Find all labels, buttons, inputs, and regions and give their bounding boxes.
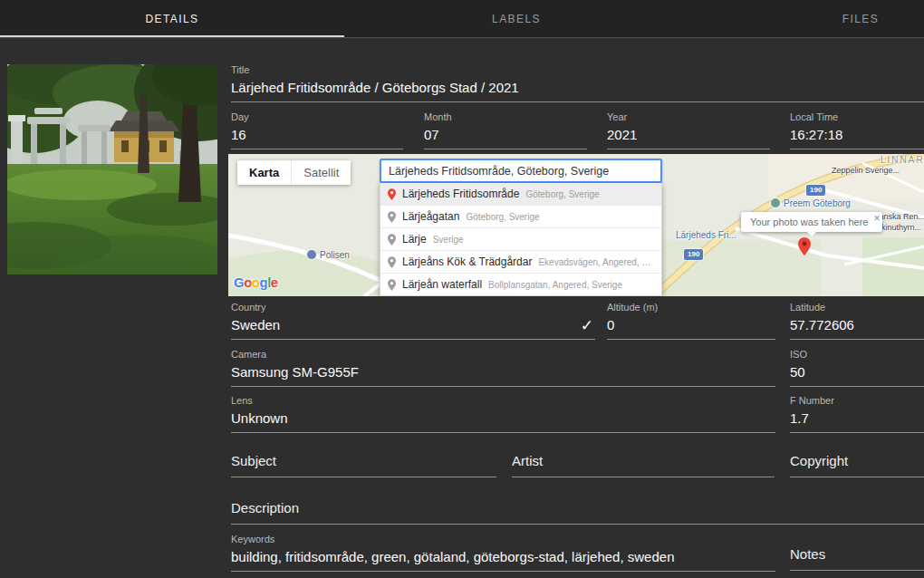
suggestion-secondary: Ekevadsvägen, Angered, Sverige — [538, 257, 654, 267]
field-lens-input[interactable]: Unknown — [231, 409, 775, 433]
map-panel[interactable]: Karta Satellit Lärjeheds Fritidsområde G… — [228, 154, 924, 296]
field-day-label: Day — [231, 111, 403, 122]
map-area-label: LINNARH... — [881, 155, 924, 165]
field-year: Year 2021 — [607, 111, 770, 149]
suggestion-item[interactable]: Lärje Sverige — [380, 227, 661, 250]
map-tooltip: Your photo was taken here × — [741, 212, 882, 232]
tab-labels[interactable]: LABELS — [344, 0, 688, 37]
police-icon — [306, 249, 317, 260]
tab-labels-label: LABELS — [492, 13, 541, 25]
field-local-time-label: Local Time — [790, 111, 924, 122]
tooltip-text: Your photo was taken here — [750, 217, 868, 227]
field-description-input[interactable]: Description — [231, 497, 924, 525]
poi-zeppelin[interactable]: Zeppelin Sverige... — [832, 166, 900, 175]
poi-polisen-label: Polisen — [320, 250, 350, 260]
field-copyright-input[interactable]: Copyright — [790, 450, 924, 477]
map-type-karta-button[interactable]: Karta — [237, 160, 291, 185]
field-title-label: Title — [231, 64, 924, 75]
place-pin-icon — [388, 211, 396, 223]
field-lens-label: Lens — [231, 395, 775, 406]
suggestion-secondary: Bollplansgatan, Angered, Sverige — [488, 280, 622, 290]
field-country-input[interactable]: Sweden — [231, 315, 595, 340]
field-month-label: Month — [424, 111, 587, 122]
red-pin-icon — [798, 237, 811, 255]
field-country: Country Sweden ✓ — [231, 302, 595, 340]
suggestion-secondary: Sverige — [433, 235, 464, 245]
place-pin-icon — [388, 234, 396, 246]
field-keywords-input[interactable]: building, fritidsområde, green, götaland… — [231, 547, 775, 572]
search-suggestions: Lärjeheds Fritidsområde Göteborg, Sverig… — [380, 183, 662, 296]
field-country-label: Country — [231, 302, 595, 313]
field-day-input[interactable]: 16 — [231, 125, 403, 149]
map-search-input[interactable] — [380, 159, 662, 183]
field-f-number-input[interactable]: 1.7 — [790, 409, 924, 433]
field-year-input[interactable]: 2021 — [607, 125, 770, 149]
google-logo[interactable]: Google — [234, 275, 278, 290]
map-type-control: Karta Satellit — [237, 160, 351, 185]
field-copyright: Copyright — [790, 450, 924, 477]
tab-files-label: FILES — [842, 13, 879, 25]
tab-details-label: DETAILS — [146, 13, 199, 25]
field-camera: Camera Samsung SM-G955F — [231, 349, 775, 387]
field-artist-input[interactable]: Artist — [512, 450, 775, 477]
road-badge: 190 — [806, 185, 825, 196]
photo-location-marker — [798, 237, 811, 259]
tooltip-close-icon[interactable]: × — [873, 212, 880, 225]
tab-files[interactable]: FILES — [688, 0, 924, 37]
poi-larjeheds[interactable]: Lärjeheds Fri... — [676, 230, 736, 240]
suggestion-secondary: Göteborg, Sverige — [525, 189, 599, 199]
field-artist: Artist — [512, 450, 775, 477]
field-title: Title Lärjehed Fritidsområde / Göteborgs… — [231, 64, 924, 102]
place-pin-icon — [388, 279, 396, 291]
field-lens: Lens Unknown — [231, 395, 775, 433]
field-latitude-label: Latitude — [790, 302, 924, 313]
active-tab-indicator — [0, 35, 344, 37]
field-month-input[interactable]: 07 — [424, 125, 587, 149]
suggestion-secondary: Göteborg, Sverige — [466, 212, 539, 222]
suggestion-main: Lärjeågatan — [402, 210, 459, 223]
tab-bar: DETAILS LABELS FILES — [0, 0, 924, 38]
field-title-input[interactable]: Lärjehed Fritidsområde / Göteborgs Stad … — [231, 78, 924, 102]
field-altitude: Altitude (m) 0 — [607, 302, 775, 340]
suggestion-main: Lärjeåns Kök & Trädgårdar — [402, 255, 532, 268]
poi-polisen[interactable]: Polisen — [306, 249, 350, 260]
location-confirm-check-icon[interactable]: ✓ — [581, 316, 593, 335]
road-badge: 190 — [684, 249, 703, 260]
place-pin-icon — [388, 188, 396, 200]
field-subject-input[interactable]: Subject — [231, 450, 496, 477]
suggestion-main: Lärje — [402, 233, 427, 246]
field-iso: ISO 50 — [790, 349, 924, 387]
poi-preem[interactable]: Preem Göteborg — [770, 197, 851, 208]
field-altitude-input[interactable]: 0 — [607, 315, 775, 340]
suggestion-main: Lärjeån waterfall — [402, 278, 482, 291]
field-altitude-label: Altitude (m) — [607, 302, 775, 313]
field-f-number: F Number 1.7 — [790, 395, 924, 433]
field-camera-input[interactable]: Samsung SM-G955F — [231, 362, 775, 387]
field-f-number-label: F Number — [790, 395, 924, 406]
field-day: Day 16 — [231, 111, 403, 149]
field-subject: Subject — [231, 450, 496, 477]
tab-details[interactable]: DETAILS — [0, 0, 344, 37]
field-local-time: Local Time 16:27:18 — [790, 111, 924, 149]
field-keywords-label: Keywords — [231, 534, 775, 544]
field-year-label: Year — [607, 111, 770, 122]
field-iso-input[interactable]: 50 — [790, 362, 924, 387]
field-keywords: Keywords building, fritidsområde, green,… — [231, 534, 775, 572]
poi-preem-label: Preem Göteborg — [784, 198, 851, 208]
photo-thumbnail[interactable] — [7, 64, 217, 275]
place-pin-icon — [388, 256, 396, 268]
field-notes-input[interactable]: Notes — [790, 544, 924, 571]
field-latitude-input[interactable]: 57.772606 — [790, 315, 924, 340]
gas-station-icon — [770, 197, 781, 208]
suggestion-item[interactable]: Lärjeågatan Göteborg, Sverige — [380, 205, 661, 227]
field-notes: Notes — [790, 544, 924, 571]
map-type-satellit-button[interactable]: Satellit — [291, 160, 351, 185]
suggestion-item[interactable]: Lärjeheds Fritidsområde Göteborg, Sverig… — [380, 183, 661, 205]
field-latitude: Latitude 57.772606 — [790, 302, 924, 340]
field-camera-label: Camera — [231, 349, 775, 360]
field-description: Description — [231, 497, 924, 525]
field-iso-label: ISO — [790, 349, 924, 360]
suggestion-item[interactable]: Lärjeån waterfall Bollplansgatan, Angere… — [380, 273, 661, 295]
suggestion-item[interactable]: Lärjeåns Kök & Trädgårdar Ekevadsvägen, … — [380, 250, 661, 273]
field-local-time-input[interactable]: 16:27:18 — [790, 125, 924, 149]
